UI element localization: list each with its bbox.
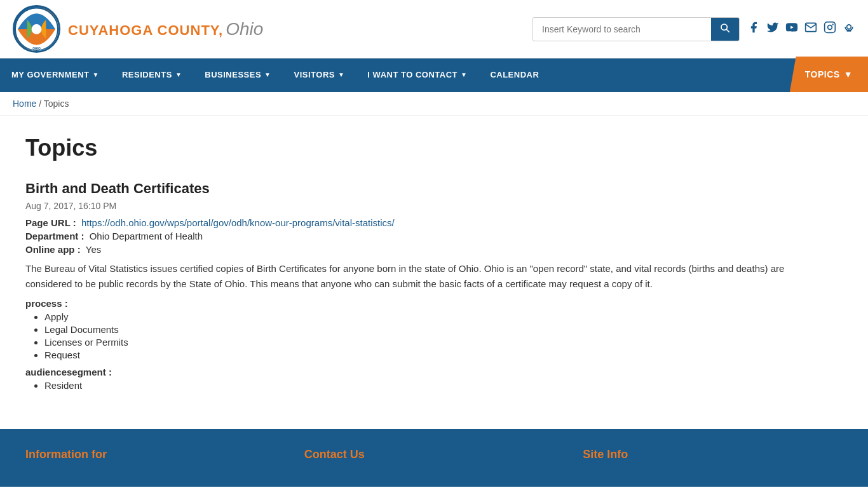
- article-page-url-field: Page URL : https://odh.ohio.gov/wps/port…: [25, 217, 801, 228]
- nav-visitors[interactable]: VISITORS ▼: [283, 58, 356, 90]
- footer-col1-title: Information for: [25, 448, 285, 461]
- chevron-down-icon: ▼: [264, 71, 271, 78]
- department-label: Department :: [25, 231, 85, 241]
- header-right: [532, 17, 855, 41]
- instagram-icon[interactable]: [824, 21, 836, 37]
- search-input[interactable]: [533, 19, 711, 39]
- nav-businesses[interactable]: BUSINESSES ▼: [193, 58, 282, 90]
- footer-col-2: Contact Us: [304, 448, 564, 468]
- chevron-down-icon: ▼: [93, 71, 99, 78]
- chevron-down-icon: ▼: [461, 71, 467, 78]
- county-logo: OHIO: [13, 5, 60, 53]
- article-date: Aug 7, 2017, 16:10 PM: [25, 201, 801, 211]
- page-title: Topics: [25, 135, 801, 161]
- nav-items: MY GOVERNMENT ▼ RESIDENTS ▼ BUSINESSES ▼…: [0, 58, 790, 92]
- header-left: OHIO CUYAHOGA COUNTY, Ohio: [13, 5, 263, 53]
- list-item: Request: [44, 349, 801, 360]
- article-title: Birth and Death Certificates: [25, 180, 801, 197]
- chevron-down-icon: ▼: [338, 71, 344, 78]
- breadcrumb: Home / Topics: [0, 92, 868, 116]
- svg-point-3: [721, 24, 727, 30]
- svg-point-7: [828, 25, 832, 30]
- list-item: Apply: [44, 311, 801, 322]
- footer-col-1: Information for: [25, 448, 285, 468]
- nav-residents[interactable]: RESIDENTS ▼: [111, 58, 193, 90]
- facebook-icon[interactable]: [747, 21, 760, 37]
- breadcrumb-home[interactable]: Home: [13, 98, 36, 109]
- nav-i-want-to-contact[interactable]: I WANT TO CONTACT ▼: [356, 58, 478, 90]
- audience-label: audiencesegment :: [25, 367, 801, 377]
- page-url-link[interactable]: https://odh.ohio.gov/wps/portal/gov/odh/…: [81, 217, 395, 228]
- site-title: CUYAHOGA COUNTY, Ohio: [68, 19, 263, 39]
- social-icons: [747, 21, 855, 37]
- breadcrumb-separator: /: [39, 98, 44, 109]
- svg-point-1: [32, 24, 42, 34]
- chevron-down-icon: ▼: [175, 71, 182, 78]
- ohio-label: Ohio: [226, 19, 263, 39]
- twitter-icon[interactable]: [766, 21, 779, 37]
- nav-my-government[interactable]: MY GOVERNMENT ▼: [0, 58, 111, 90]
- article-department-field: Department : Ohio Department of Health: [25, 231, 801, 241]
- chevron-down-icon: ▼: [844, 69, 853, 79]
- email-icon[interactable]: [804, 21, 817, 37]
- process-label: process :: [25, 298, 801, 309]
- process-list: Apply Legal Documents Licenses or Permit…: [25, 311, 801, 360]
- footer-col-3: Site Info: [583, 448, 843, 468]
- search-bar: [532, 17, 740, 41]
- svg-text:OHIO: OHIO: [32, 46, 41, 50]
- online-app-value: Yes: [86, 244, 101, 255]
- page-url-label: Page URL :: [25, 217, 76, 228]
- department-value: Ohio Department of Health: [90, 231, 203, 241]
- article-description: The Bureau of Vital Statistics issues ce…: [25, 261, 801, 292]
- site-footer: Information for Contact Us Site Info: [0, 429, 868, 487]
- article-online-app-field: Online app : Yes: [25, 244, 801, 255]
- list-item: Legal Documents: [44, 324, 801, 335]
- svg-rect-6: [825, 22, 836, 33]
- county-label: CUYAHOGA COUNTY,: [68, 22, 223, 39]
- search-button[interactable]: [711, 18, 739, 41]
- main-content: Topics Birth and Death Certificates Aug …: [0, 116, 826, 416]
- online-app-label: Online app :: [25, 244, 81, 255]
- article: Birth and Death Certificates Aug 7, 2017…: [25, 180, 801, 391]
- youtube-icon[interactable]: [785, 21, 798, 37]
- svg-point-8: [832, 24, 833, 25]
- list-item: Resident: [44, 380, 801, 391]
- breadcrumb-current: Topics: [44, 98, 69, 109]
- svg-point-9: [847, 25, 851, 29]
- nav-topics[interactable]: TOPICS ▼: [790, 57, 868, 92]
- podcast-icon[interactable]: [843, 21, 855, 37]
- footer-col2-title: Contact Us: [304, 448, 564, 461]
- footer-col3-title: Site Info: [583, 448, 843, 461]
- list-item: Licenses or Permits: [44, 337, 801, 348]
- nav-calendar[interactable]: CALENDAR: [478, 58, 550, 90]
- svg-line-4: [726, 29, 729, 32]
- site-header: OHIO CUYAHOGA COUNTY, Ohio: [0, 0, 868, 58]
- audience-list: Resident: [25, 380, 801, 391]
- main-nav: MY GOVERNMENT ▼ RESIDENTS ▼ BUSINESSES ▼…: [0, 58, 868, 92]
